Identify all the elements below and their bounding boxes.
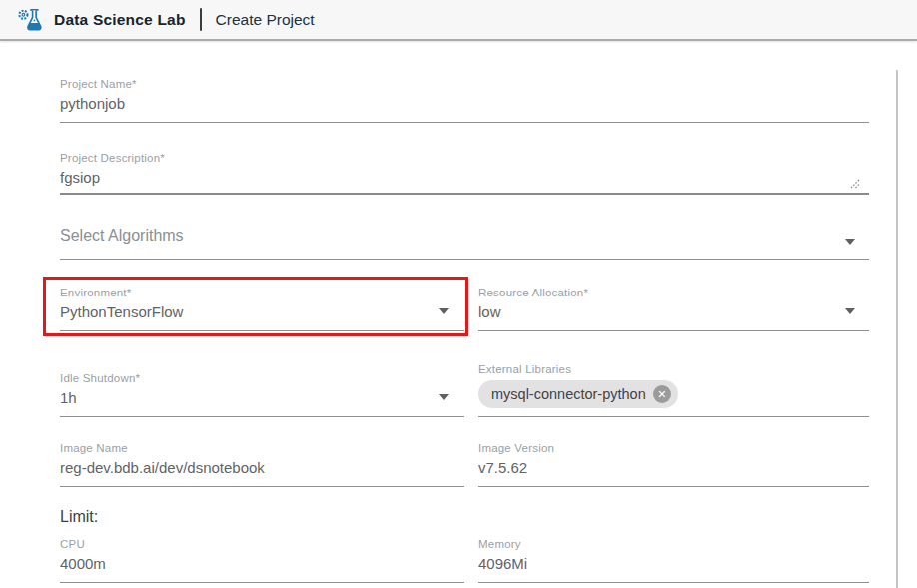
image-version-field[interactable]: Image Version v7.5.62 xyxy=(478,441,869,487)
app-title: Data Science Lab xyxy=(54,11,186,29)
idle-shutdown-dropdown[interactable]: Idle Shutdown* 1h xyxy=(60,371,464,417)
environment-value[interactable]: PythonTensorFlow xyxy=(60,302,464,330)
memory-input[interactable]: 4096Mi xyxy=(478,554,869,582)
chevron-down-icon[interactable] xyxy=(845,308,855,314)
limit-heading: Limit: xyxy=(60,507,869,527)
select-algorithms-dropdown[interactable]: Select Algorithms xyxy=(60,219,869,260)
idle-shutdown-label: Idle Shutdown* xyxy=(60,371,464,385)
resource-allocation-label: Resource Allocation* xyxy=(478,286,869,299)
create-project-form: Project Name* pythonjob Project Descript… xyxy=(0,41,917,583)
idle-shutdown-value[interactable]: 1h xyxy=(60,388,464,416)
project-name-field[interactable]: Project Name* pythonjob xyxy=(60,77,869,123)
project-description-input[interactable]: fgsiop xyxy=(60,168,869,193)
vertical-scrollbar[interactable] xyxy=(896,70,898,588)
resource-allocation-dropdown[interactable]: Resource Allocation* low xyxy=(478,286,869,331)
environment-label: Environment* xyxy=(60,286,464,299)
image-version-label: Image Version xyxy=(478,441,869,455)
header-divider xyxy=(200,8,202,31)
memory-label: Memory xyxy=(478,537,869,551)
page-title: Create Project xyxy=(216,11,315,29)
cpu-label: CPU xyxy=(60,537,464,551)
select-algorithms-placeholder: Select Algorithms xyxy=(60,225,869,247)
image-version-input[interactable]: v7.5.62 xyxy=(478,458,869,486)
app-header: Data Science Lab Create Project xyxy=(0,0,917,41)
resource-allocation-value[interactable]: low xyxy=(478,302,869,330)
project-description-field[interactable]: Project Description* fgsiop xyxy=(60,151,869,195)
image-name-field[interactable]: Image Name reg-dev.bdb.ai/dev/dsnotebook xyxy=(60,441,464,487)
textarea-resize-handle-icon[interactable] xyxy=(849,175,861,187)
project-name-input[interactable]: pythonjob xyxy=(60,94,869,122)
project-name-label: Project Name* xyxy=(60,77,869,91)
project-description-label: Project Description* xyxy=(60,151,869,165)
library-chip-label: mysql-connector-python xyxy=(491,386,646,402)
data-science-lab-logo-icon xyxy=(15,5,45,35)
chevron-down-icon[interactable] xyxy=(439,308,449,314)
cpu-input[interactable]: 4000m xyxy=(60,554,464,582)
image-name-label: Image Name xyxy=(60,441,464,455)
image-name-input[interactable]: reg-dev.bdb.ai/dev/dsnotebook xyxy=(60,458,464,486)
external-libraries-field[interactable]: External Libraries mysql-connector-pytho… xyxy=(478,362,869,417)
chip-remove-icon[interactable]: ✕ xyxy=(653,385,671,403)
chevron-down-icon[interactable] xyxy=(439,394,449,400)
memory-field[interactable]: Memory 4096Mi xyxy=(478,537,869,583)
cpu-field[interactable]: CPU 4000m xyxy=(60,537,464,583)
external-libraries-chip-row: mysql-connector-python ✕ xyxy=(478,380,869,416)
chevron-down-icon[interactable] xyxy=(845,239,855,245)
environment-dropdown[interactable]: Environment* PythonTensorFlow xyxy=(60,286,464,331)
library-chip: mysql-connector-python ✕ xyxy=(478,380,678,408)
external-libraries-label: External Libraries xyxy=(478,362,869,376)
